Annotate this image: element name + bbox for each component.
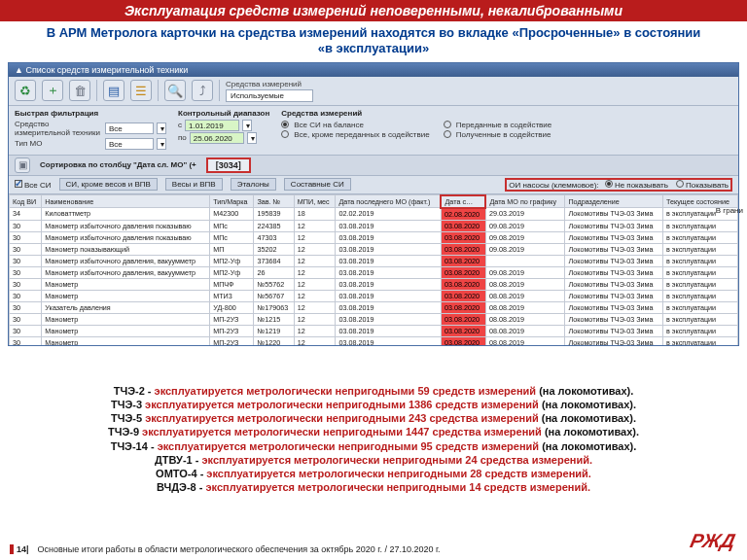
cell-name: Манометр	[42, 325, 210, 336]
col-plan[interactable]: Дата МО по графику	[485, 195, 565, 208]
cell-kod: 30	[10, 301, 42, 313]
date-to-input[interactable]: 25.06.2020	[190, 132, 244, 144]
filter-select[interactable]: Все	[105, 122, 154, 134]
radio-hide-pumps[interactable]	[605, 180, 613, 188]
search-icon[interactable]: 🔍	[164, 80, 186, 101]
cell-kod: 30	[10, 231, 42, 243]
export-icon[interactable]: ⤴	[192, 80, 213, 101]
cell-last: 03.08.2019	[336, 220, 442, 231]
cell-plan	[485, 255, 565, 266]
tab-weights[interactable]: Весы и ВПВ	[165, 178, 223, 191]
table-row[interactable]: 30МанометрМПЧФ№557621203.08.201903.08.20…	[10, 278, 738, 290]
cell-due: 03.08.2020	[441, 336, 485, 345]
filter-label: Средство измерительной техники	[15, 120, 102, 137]
filter-label: Тип МО	[15, 139, 102, 148]
table-row[interactable]: 30МанометрМТИ3№567671203.08.201903.08.20…	[10, 290, 738, 301]
sort-bar: ▣ Сортировка по столбцу "Дата сл. МО" (+…	[9, 156, 738, 176]
cell-last: 03.08.2019	[336, 231, 442, 243]
radio-show-pumps[interactable]	[676, 180, 684, 188]
cell-name: Манометр	[42, 278, 210, 290]
collapse-icon[interactable]: ▣	[15, 158, 30, 173]
cell-name: Киловаттметр	[42, 208, 210, 221]
summary-line: ТЧЭ-2 - эксплуатируется метрологически н…	[29, 385, 718, 399]
tab-si-except[interactable]: СИ, кроме весов и ВПВ	[59, 178, 158, 191]
add-icon[interactable]: ＋	[42, 80, 63, 101]
col-dep[interactable]: Подразделение	[565, 195, 663, 208]
radio-except-transferred[interactable]	[281, 130, 289, 138]
table-row[interactable]: 30МанометрМП-2УЗ№12201203.08.201903.08.2…	[10, 336, 738, 345]
quick-filter-title: Быстрая фильтрация	[15, 109, 166, 118]
cell-zav: №1219	[254, 325, 294, 336]
cell-last: 02.02.2019	[336, 208, 442, 221]
table-row[interactable]: 30Манометр показывающийМП352021203.08.20…	[10, 243, 738, 255]
cell-last: 03.08.2019	[336, 243, 442, 255]
filter-select[interactable]: Все	[105, 138, 154, 150]
cell-mpi: 12	[294, 255, 336, 266]
cell-dep: Локомотивы ТЧЭ-03 Зима	[565, 231, 663, 243]
cell-name: Манометр избыточного давления показываю	[42, 220, 210, 231]
dropdown-icon[interactable]: ▾	[157, 138, 166, 150]
dropdown-icon[interactable]: ▾	[242, 120, 252, 131]
tab-etalons[interactable]: Эталоны	[231, 178, 276, 191]
radio-label: Все СИ на балансе	[294, 121, 364, 129]
cell-type: МПс	[210, 231, 254, 243]
cell-status: в эксплуатации	[663, 290, 738, 301]
date-from-input[interactable]: 1.01.2019	[185, 120, 239, 131]
col-kod[interactable]: Код ВИ	[10, 195, 42, 208]
toolbar-group-select[interactable]: Используемые	[226, 89, 313, 102]
table-row[interactable]: 30МанометрМП-2УЗ№12191203.08.201903.08.2…	[10, 325, 738, 336]
cell-status: в эксплуатации	[663, 231, 738, 243]
dropdown-icon[interactable]: ▾	[157, 122, 166, 134]
radio-label: Переданные в содействие	[456, 121, 552, 129]
col-name[interactable]: Наименование	[42, 195, 210, 208]
cell-due: 03.08.2020	[441, 290, 485, 301]
cell-dep: Локомотивы ТЧЭ-03 Зима	[565, 255, 663, 266]
table-row[interactable]: 30МанометрМП-2УЗ№12151203.08.201903.08.2…	[10, 313, 738, 325]
cell-due: 03.08.2020	[441, 231, 485, 243]
cell-kod: 30	[10, 243, 42, 255]
radio-label: Не показывать	[615, 181, 668, 190]
table-row[interactable]: 30Указатель давленияУД-800№1790631203.08…	[10, 301, 738, 313]
summary-line: ТЧЭ-9 эксплуатируется метрологически неп…	[29, 426, 718, 439]
table-row[interactable]: 30Манометр избыточного давления показыва…	[10, 231, 738, 243]
delete-icon[interactable]: 🗑	[69, 80, 90, 101]
record-count: [3034]	[206, 158, 251, 173]
table-row[interactable]: 30Манометр избыточного давления, вакуумм…	[10, 266, 738, 278]
toolbar-separator	[158, 80, 159, 101]
footer: 14| Основные итоги работы в области метр…	[10, 544, 441, 554]
col-type[interactable]: Тип/Марка	[210, 195, 254, 208]
dropdown-icon[interactable]: ▾	[247, 132, 257, 144]
cell-name: Указатель давления	[42, 301, 210, 313]
radio-transferred[interactable]	[444, 121, 451, 128]
table-row[interactable]: 30Манометр избыточного давления показыва…	[10, 220, 738, 231]
col-zav[interactable]: Зав. №	[254, 195, 294, 208]
cell-last: 03.08.2019	[336, 325, 442, 336]
cell-zav: №179063	[254, 301, 294, 313]
col-due[interactable]: Дата с…	[441, 195, 485, 208]
radio-all-balance[interactable]	[281, 121, 289, 128]
cell-type: УД-800	[210, 301, 254, 313]
cell-plan: 08.08.2019	[485, 278, 565, 290]
cell-mpi: 12	[294, 301, 336, 313]
summary-line: ТЧЭ-3 эксплуатируется метрологически неп…	[29, 399, 718, 412]
refresh-icon[interactable]: ♻	[15, 80, 36, 101]
pump-label: ОИ насосы (клеммовое):	[509, 181, 598, 190]
cell-dep: Локомотивы ТЧЭ-03 Зима	[565, 290, 663, 301]
tab-composite[interactable]: Составные СИ	[284, 178, 351, 191]
col-mpi[interactable]: МПИ, мес	[294, 195, 336, 208]
card-icon[interactable]: ▤	[103, 80, 124, 101]
radio-label: Полученные в содействие	[456, 130, 551, 139]
col-last[interactable]: Дата последнего МО (факт.)	[336, 195, 442, 208]
cell-dep: Локомотивы ТЧЭ-03 Зима	[565, 208, 663, 221]
table-row[interactable]: 34КиловаттметрМ423001958391802.02.201902…	[10, 208, 738, 221]
cell-kod: 30	[10, 336, 42, 345]
cell-last: 03.08.2019	[336, 336, 442, 345]
table-row[interactable]: 30Манометр избыточного давления, вакуумм…	[10, 255, 738, 266]
cell-plan: 08.08.2019	[485, 301, 565, 313]
cell-kod: 30	[10, 325, 42, 336]
tab-label: Все СИ	[24, 181, 52, 190]
radio-received[interactable]	[444, 130, 451, 138]
cell-last: 03.08.2019	[336, 313, 442, 325]
checkbox-all-si[interactable]	[15, 180, 22, 188]
list-icon[interactable]: ☰	[130, 80, 152, 101]
